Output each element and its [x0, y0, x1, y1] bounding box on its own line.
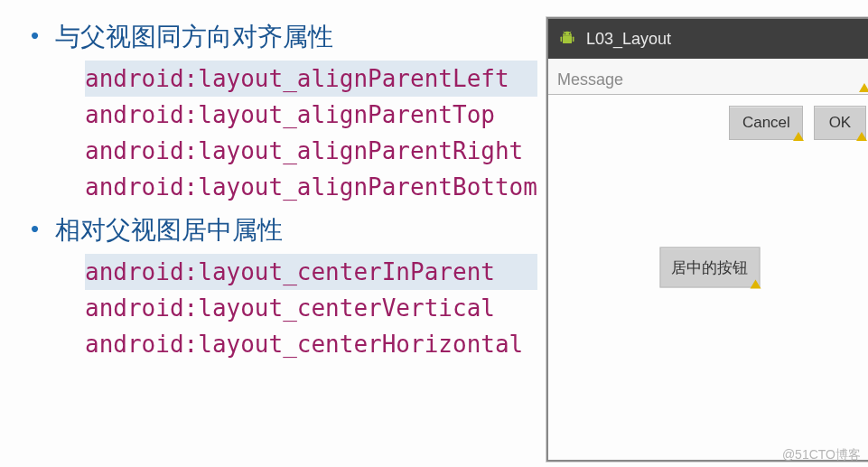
center-button[interactable]: 居中的按钮 [659, 248, 760, 288]
svg-point-1 [565, 33, 566, 35]
cancel-button-label: Cancel [742, 114, 790, 131]
center-props-list: android:layout_centerInParent android:la… [85, 254, 537, 362]
svg-rect-0 [563, 36, 572, 43]
warning-icon [750, 280, 761, 289]
slide-text-column: • 与父视图同方向对齐属性 android:layout_alignParent… [27, 14, 546, 458]
bullet-dot-icon: • [31, 19, 39, 51]
prop-center-horizontal: android:layout_centerHorizontal [85, 326, 537, 362]
svg-point-2 [569, 33, 571, 35]
svg-rect-4 [573, 37, 574, 42]
watermark: @51CTO博客 [782, 447, 861, 463]
ok-button[interactable]: OK [814, 106, 866, 140]
bullet-1: • 与父视图同方向对齐属性 [27, 19, 537, 55]
app-titlebar: L03_Layout [548, 19, 868, 59]
bullet-dot-icon: • [31, 212, 39, 245]
prop-align-parent-top: android:layout_alignParentTop [85, 97, 537, 133]
bullet-1-text: 与父视图同方向对齐属性 [55, 19, 333, 55]
message-input[interactable]: Message [548, 59, 868, 95]
align-props-list: android:layout_alignParentLeft android:l… [85, 61, 537, 205]
bullet-2: • 相对父视图居中属性 [27, 212, 537, 248]
center-button-label: 居中的按钮 [671, 259, 748, 276]
prop-align-parent-left: android:layout_alignParentLeft [85, 61, 537, 97]
phone-frame: L03_Layout Message Cancel OK 居中的按钮 [546, 17, 868, 462]
svg-line-6 [569, 32, 571, 33]
phone-mock-column: L03_Layout Message Cancel OK 居中的按钮 [546, 14, 868, 458]
prop-align-parent-bottom: android:layout_alignParentBottom [85, 169, 537, 205]
svg-line-5 [564, 32, 565, 33]
warning-icon [793, 132, 804, 141]
app-content-area: Message Cancel OK 居中的按钮 [548, 59, 868, 460]
warning-icon [856, 132, 867, 141]
cancel-button[interactable]: Cancel [729, 106, 803, 140]
svg-rect-3 [560, 37, 562, 42]
ok-button-label: OK [829, 114, 852, 131]
android-icon [557, 29, 577, 49]
message-hint-text: Message [557, 70, 623, 89]
bullet-2-text: 相对父视图居中属性 [55, 212, 283, 248]
prop-align-parent-right: android:layout_alignParentRight [85, 133, 537, 169]
warning-icon [859, 83, 868, 92]
app-title: L03_Layout [586, 30, 671, 49]
prop-center-vertical: android:layout_centerVertical [85, 290, 537, 326]
prop-center-in-parent: android:layout_centerInParent [85, 254, 537, 290]
